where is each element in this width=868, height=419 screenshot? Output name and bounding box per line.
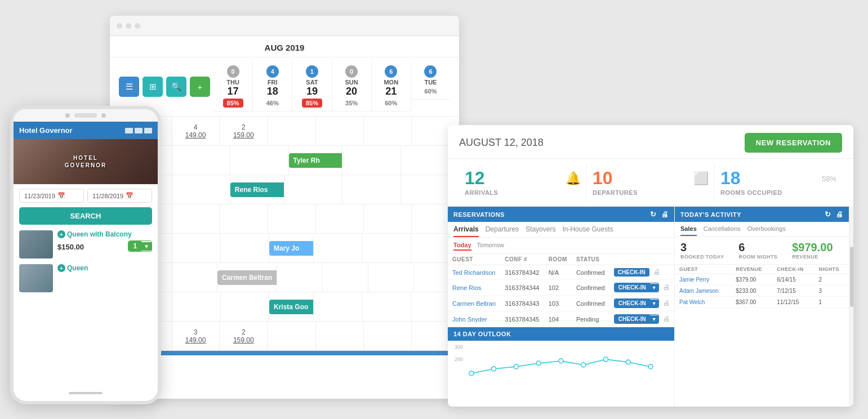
tab-stayovers[interactable]: Stayovers <box>526 225 555 237</box>
flag-icon <box>144 128 152 133</box>
svg-point-6 <box>604 357 608 362</box>
print-icon-activity[interactable]: 🖨 <box>836 210 844 219</box>
act-row-pat: Pat Welch $367.00 11/12/15 1 <box>675 297 849 308</box>
window-max-dot <box>135 23 140 29</box>
print-icon-rene[interactable]: 🖨 <box>663 283 670 291</box>
cal-cell <box>268 204 315 233</box>
quantity-stepper[interactable]: 1 ▼ <box>128 240 152 252</box>
phone-home-bar <box>14 387 158 401</box>
cal-cell-mary: Mary Jo <box>269 234 314 262</box>
tab-inhouse-guests[interactable]: In-House Guests <box>562 225 613 237</box>
guest-link-pat[interactable]: Pat Welch <box>679 299 705 305</box>
reservation-bar-krista[interactable]: Krista Goo <box>269 300 313 314</box>
cal-cell <box>362 292 411 321</box>
guest-link-adam[interactable]: Adam Jameson <box>679 288 718 294</box>
cal-cell <box>220 204 268 233</box>
room-name-link-2[interactable]: + Queen <box>57 264 152 272</box>
tab-cancellations[interactable]: Cancellations <box>704 225 741 236</box>
calendar-view-button[interactable]: ⊞ <box>143 77 163 97</box>
qty-down-icon[interactable]: ▼ <box>141 242 152 251</box>
cal-cell <box>221 234 270 262</box>
refresh-icon[interactable]: ↻ <box>650 210 657 219</box>
day-badge-1: 1 <box>306 65 318 78</box>
phone-sensor <box>101 113 106 118</box>
dashboard-left-panel: RESERVATIONS ↻ 🖨 Arrivals Departures Sta… <box>448 207 674 407</box>
guest-link-ted[interactable]: Ted Richardson <box>452 269 495 276</box>
print-icon[interactable]: 🖨 <box>661 210 669 219</box>
status-rene: Confirmed <box>572 280 609 296</box>
cal-cell <box>368 263 414 292</box>
day-num-20: 20 <box>335 86 369 97</box>
svg-point-8 <box>648 364 653 369</box>
tab-overbookings[interactable]: Overbookings <box>747 225 786 236</box>
dashboard-date: AUGUST 12, 2018 <box>459 137 544 149</box>
reservation-bar-mary[interactable]: Mary Jo <box>269 241 313 256</box>
print-icon-john[interactable]: 🖨 <box>663 315 670 323</box>
res-row-john: John Snyder 3163784345 104 Pending CHECK… <box>448 311 674 327</box>
search-button[interactable]: SEARCH <box>19 207 152 225</box>
new-reservation-button[interactable]: NEW RESERVATION <box>745 133 842 153</box>
menu-button[interactable]: ☰ <box>119 77 139 97</box>
day-num-21: 21 <box>374 86 408 97</box>
checkin-btn-carmen[interactable]: CHECK-IN <box>615 299 650 307</box>
refresh-icon-activity[interactable]: ↻ <box>825 210 831 219</box>
cal-cell <box>314 292 363 321</box>
reservation-bar-rene[interactable]: Rene Rios <box>230 182 284 197</box>
cal-cell <box>314 234 363 262</box>
hotel-sign: HOTEL GOVERNOR <box>65 154 106 169</box>
checkin-btn-john[interactable]: CHECK-IN <box>615 315 650 323</box>
reservation-bar-carmen[interactable]: Carmen Beltran <box>217 270 277 285</box>
revenue-num: $979.00 <box>792 241 833 254</box>
phone-speaker <box>74 113 97 118</box>
print-icon-carmen[interactable]: 🖨 <box>663 299 670 307</box>
checkin-btn-ted[interactable]: CHECK-IN <box>614 268 649 277</box>
room-name-link[interactable]: + Queen with Balcony <box>57 230 152 238</box>
checkin-dropdown-john[interactable]: ▼ <box>650 315 658 323</box>
tab-arrivals[interactable]: Arrivals <box>453 225 479 237</box>
scrollbar[interactable] <box>849 207 853 407</box>
checkin-btn-rene[interactable]: CHECK-IN <box>615 283 650 292</box>
act-row-adam: Adam Jameson $233.00 7/12/15 3 <box>675 286 849 297</box>
outlook-chart: 300 250 <box>448 341 674 386</box>
checkin-date-input[interactable]: 11/23/2019 📅 <box>19 189 84 203</box>
checkout-date-input[interactable]: 11/28/2019 📅 <box>87 189 152 203</box>
day-name-tue: TUE <box>413 79 448 86</box>
phone-room-item-1: + Queen with Balcony $150.00 1 ▼ <box>19 230 152 258</box>
checkin-dropdown-carmen[interactable]: ▼ <box>650 300 658 307</box>
checkin-dropdown-rene[interactable]: ▼ <box>650 284 658 292</box>
reservations-subtabs: Today Tomorrow <box>448 238 674 254</box>
guest-link-rene[interactable]: Rene Rios <box>452 284 481 291</box>
subtab-today[interactable]: Today <box>453 240 471 251</box>
act-col-guest: GUEST <box>675 265 731 274</box>
search-button[interactable]: 🔍 <box>166 77 186 97</box>
cal-cell-rene: Rene Rios <box>230 175 284 204</box>
cal-cell <box>221 292 270 321</box>
home-indicator <box>69 392 103 394</box>
departures-label: DEPARTURES <box>593 189 709 196</box>
reservation-bar-tyler[interactable]: Tyler Rh <box>289 153 342 168</box>
add-button[interactable]: + <box>190 77 210 97</box>
day-col-sun20: 0 SUN 20 35% <box>332 62 372 112</box>
cal-cell <box>364 322 412 350</box>
cal-cell <box>277 263 323 292</box>
act-row-jamie: Jamie Perry $379.00 6/14/15 2 <box>675 274 849 286</box>
subtab-tomorrow[interactable]: Tomorrow <box>477 240 504 251</box>
cal-row-1: 1) Tyler Rh <box>110 146 459 175</box>
cal-cell <box>172 175 230 204</box>
conf-rene: 3163784344 <box>500 280 544 296</box>
phone-date-row: 11/23/2019 📅 11/28/2019 📅 <box>19 189 152 203</box>
day-name-sat: SAT <box>295 79 329 86</box>
day-num-18: 18 <box>255 86 290 97</box>
guest-link-jamie[interactable]: Jamie Perry <box>679 277 709 283</box>
guest-link-carmen[interactable]: Carmen Beltran <box>452 300 496 307</box>
svg-point-2 <box>514 364 518 369</box>
phone-content: 11/23/2019 📅 11/28/2019 📅 SEARCH + Queen… <box>14 184 158 387</box>
dashboard-stats: 🔔 12 ARRIVALS ⬜ 10 DEPARTURES 58% 18 ROO… <box>448 159 853 207</box>
cal-cell <box>342 146 401 175</box>
print-icon-ted[interactable]: 🖨 <box>653 268 660 276</box>
guest-link-john[interactable]: John Snyder <box>452 316 487 323</box>
tab-departures[interactable]: Departures <box>486 225 519 237</box>
day-occ-60b: 60% <box>420 87 440 96</box>
tab-sales[interactable]: Sales <box>680 225 697 236</box>
cal-cell <box>268 117 315 145</box>
